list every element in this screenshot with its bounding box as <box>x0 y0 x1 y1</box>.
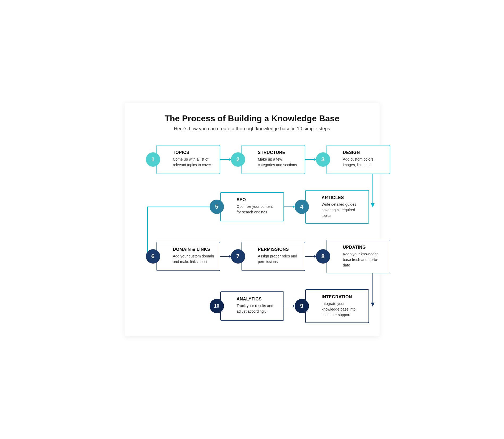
step5-unit: 5 SEO Optimize your content for search e… <box>210 192 284 221</box>
step4-title: ARTICLES <box>322 195 363 200</box>
row3: 6 DOMAIN & LINKS Add your custom domain … <box>146 240 369 273</box>
step3-card: DESIGN Add custom colors, images, links,… <box>327 145 390 174</box>
row1: 1 TOPICS Come up with a list of relevant… <box>146 145 369 174</box>
step4-card: ARTICLES Write detailed guides covering … <box>305 190 369 224</box>
row4: 10 ANALYTICS Track your results and adju… <box>210 289 369 323</box>
step10-card: ANALYTICS Track your results and adjust … <box>220 291 284 321</box>
step2-unit: 2 STRUCTURE Make up a few categories and… <box>231 145 305 174</box>
badge-7: 7 <box>231 249 245 264</box>
step9-inner: INTEGRATION Integrate your knowledge bas… <box>314 295 363 318</box>
step6-desc: Add your custom domain and make links sh… <box>173 253 214 265</box>
badge-2: 2 <box>231 152 245 167</box>
step3-title: DESIGN <box>343 150 384 155</box>
step2-inner: STRUCTURE Make up a few categories and s… <box>250 150 299 168</box>
step4-unit: 4 ARTICLES Write detailed guides coverin… <box>295 190 369 224</box>
step1-desc: Come up with a list of relevant topics t… <box>173 157 214 168</box>
step4-inner: ARTICLES Write detailed guides covering … <box>314 195 363 218</box>
step6-inner: DOMAIN & LINKS Add your custom domain an… <box>165 247 214 265</box>
step5-card: SEO Optimize your content for search eng… <box>220 192 284 221</box>
badge-8: 8 <box>316 249 330 264</box>
step6-unit: 6 DOMAIN & LINKS Add your custom domain … <box>146 242 220 271</box>
step7-title: PERMISSIONS <box>258 247 299 252</box>
step5-desc: Optimize your content for search engines <box>237 204 278 215</box>
step5-title: SEO <box>237 197 278 202</box>
badge-9: 9 <box>295 299 309 313</box>
row2: 5 SEO Optimize your content for search e… <box>210 190 369 224</box>
step3-inner: DESIGN Add custom colors, images, links,… <box>335 150 384 168</box>
step7-unit: 7 PERMISSIONS Assign proper roles and pe… <box>231 242 305 271</box>
badge-4: 4 <box>295 200 309 214</box>
step10-inner: ANALYTICS Track your results and adjust … <box>229 297 278 314</box>
step8-unit: 8 UPDATING Keep your knowledge base fres… <box>316 240 390 273</box>
step10-unit: 10 ANALYTICS Track your results and adju… <box>210 291 284 321</box>
step7-desc: Assign proper roles and permissions <box>258 253 299 265</box>
step8-inner: UPDATING Keep your knowledge base fresh … <box>335 245 384 268</box>
arrow-10-9 <box>284 306 295 306</box>
step9-title: INTEGRATION <box>322 295 363 299</box>
step10-desc: Track your results and adjust accordingl… <box>237 303 278 314</box>
arrow-1-2 <box>220 159 231 160</box>
badge-5: 5 <box>210 200 224 214</box>
arrow-2-3 <box>305 159 316 160</box>
step4-desc: Write detailed guides covering all requi… <box>322 202 363 218</box>
step2-desc: Make up a few categories and sections. <box>258 157 299 168</box>
step8-desc: Keep your knowledge base fresh and up-to… <box>343 251 384 268</box>
step3-unit: 3 DESIGN Add custom colors, images, link… <box>316 145 390 174</box>
step8-card: UPDATING Keep your knowledge base fresh … <box>327 240 390 273</box>
step1-title: TOPICS <box>173 150 214 155</box>
step8-title: UPDATING <box>343 245 384 250</box>
step1-unit: 1 TOPICS Come up with a list of relevant… <box>146 145 220 174</box>
rows-wrapper: 1 TOPICS Come up with a list of relevant… <box>135 145 369 323</box>
badge-3: 3 <box>316 152 330 167</box>
badge-1: 1 <box>146 152 160 167</box>
step3-desc: Add custom colors, images, links, etc <box>343 157 384 168</box>
step9-desc: Integrate your knowledge base into custo… <box>322 301 363 318</box>
step6-card: DOMAIN & LINKS Add your custom domain an… <box>156 242 220 271</box>
badge-6: 6 <box>146 249 160 264</box>
arrow-7-8 <box>305 256 316 257</box>
step5-inner: SEO Optimize your content for search eng… <box>229 197 278 215</box>
arrow-5-4 <box>284 206 295 207</box>
page-title: The Process of Building a Knowledge Base <box>135 114 369 123</box>
step2-title: STRUCTURE <box>258 150 299 155</box>
badge-10: 10 <box>210 299 224 313</box>
arrow-6-7 <box>220 256 231 257</box>
page-container: The Process of Building a Knowledge Base… <box>125 103 380 336</box>
step1-inner: TOPICS Come up with a list of relevant t… <box>165 150 214 168</box>
diagram: 1 TOPICS Come up with a list of relevant… <box>135 145 369 323</box>
step7-inner: PERMISSIONS Assign proper roles and perm… <box>250 247 299 265</box>
step2-card: STRUCTURE Make up a few categories and s… <box>242 145 305 174</box>
page-header: The Process of Building a Knowledge Base… <box>135 114 369 132</box>
step10-title: ANALYTICS <box>237 297 278 302</box>
step7-card: PERMISSIONS Assign proper roles and perm… <box>242 242 305 271</box>
step6-title: DOMAIN & LINKS <box>173 247 214 252</box>
step1-card: TOPICS Come up with a list of relevant t… <box>156 145 220 174</box>
page-subtitle: Here's how you can create a thorough kno… <box>135 126 369 132</box>
step9-card: INTEGRATION Integrate your knowledge bas… <box>305 289 369 323</box>
step9-unit: 9 INTEGRATION Integrate your knowledge b… <box>295 289 369 323</box>
